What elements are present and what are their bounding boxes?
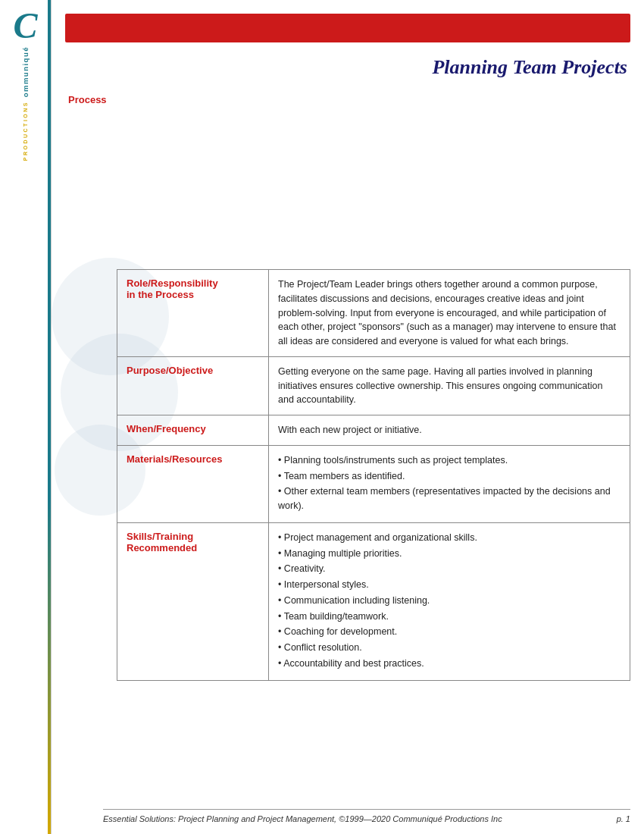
brand-communique-text: ommuniqué (21, 46, 30, 97)
row-content-when: With each new project or initiative. (269, 415, 630, 446)
sidebar: C ommuniqué PRODUCTIONS (0, 0, 52, 834)
row-label-when: When/Frequency (117, 415, 269, 446)
header-bar (65, 14, 630, 42)
info-table: Role/Responsibilityin the Process The Pr… (117, 269, 630, 681)
row-content-materials: Planning tools/instruments such as proje… (269, 445, 630, 522)
list-item: Coaching for development. (278, 625, 621, 639)
row-content-skills: Project management and organizational sk… (269, 522, 630, 680)
list-item: Other external team members (representat… (278, 484, 621, 513)
table-row: When/Frequency With each new project or … (117, 415, 630, 446)
list-item: Communication including listening. (278, 594, 621, 608)
brand-c-letter: C (13, 9, 37, 42)
sidebar-accent (48, 0, 51, 834)
footer: Essential Solutions: Project Planning an… (103, 809, 630, 823)
main-content: Planning Team Projects Process Role/Resp… (52, 0, 644, 834)
row-content-purpose: Getting everyone on the same page. Havin… (269, 356, 630, 415)
brand-logo: C ommuniqué PRODUCTIONS (13, 0, 37, 161)
list-item: Team members as identified. (278, 469, 621, 484)
list-item: Creativity. (278, 562, 621, 576)
list-item: Team building/teamwork. (278, 610, 621, 624)
footer-text-left: Essential Solutions: Project Planning an… (103, 814, 502, 823)
table-row: Skills/TrainingRecommended Project manag… (117, 522, 630, 680)
title-area: Planning Team Projects (52, 42, 644, 86)
row-label-role: Role/Responsibilityin the Process (117, 270, 269, 357)
table-row: Materials/Resources Planning tools/instr… (117, 445, 630, 522)
list-item: Managing multiple priorities. (278, 547, 621, 561)
row-label-purpose: Purpose/Objective (117, 356, 269, 415)
list-item: Accountability and best practices. (278, 657, 621, 671)
row-content-role: The Project/Team Leader brings others to… (269, 270, 630, 357)
page-title: Planning Team Projects (432, 56, 627, 78)
row-label-materials: Materials/Resources (117, 445, 269, 522)
footer-text-right: p. 1 (617, 814, 630, 823)
process-label: Process (52, 86, 644, 110)
list-item: Interpersonal styles. (278, 578, 621, 592)
row-label-skills: Skills/TrainingRecommended (117, 522, 269, 680)
table-row: Role/Responsibilityin the Process The Pr… (117, 270, 630, 357)
brand-productions-text: PRODUCTIONS (23, 101, 28, 161)
list-item: Conflict resolution. (278, 641, 621, 655)
list-item: Planning tools/instruments such as proje… (278, 453, 621, 468)
table-row: Purpose/Objective Getting everyone on th… (117, 356, 630, 415)
list-item: Project management and organizational sk… (278, 531, 621, 545)
